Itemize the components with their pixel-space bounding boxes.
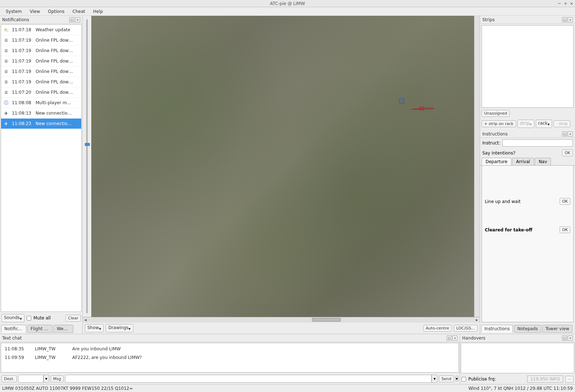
- clear-button[interactable]: Clear: [65, 315, 81, 322]
- strips-box[interactable]: [482, 25, 574, 108]
- msg-input[interactable]: [65, 375, 432, 383]
- panel-close-icon[interactable]: ×: [568, 132, 573, 137]
- notification-message: New connectio…: [36, 111, 79, 116]
- notification-row[interactable]: 11:07:19Online FPL dow…: [1, 35, 81, 46]
- notification-row[interactable]: 11:08:13New connectio…: [1, 108, 81, 119]
- plane-icon: [3, 110, 9, 116]
- tab-notepads[interactable]: Notepads: [514, 325, 541, 333]
- chat-log[interactable]: 11:08:35LIMW_TWAre you inbound LIMW11:09…: [1, 343, 459, 373]
- say-intentions-ok-button[interactable]: OK: [562, 149, 573, 156]
- handovers-header: Handovers ◱ ×: [460, 334, 575, 342]
- msg-dropdown-icon[interactable]: ▾: [432, 375, 437, 383]
- panel-popout-icon[interactable]: ◱: [447, 336, 452, 341]
- aircraft-marker[interactable]: [409, 106, 434, 111]
- notification-row[interactable]: 11:07:19Online FPL dow…: [1, 46, 81, 56]
- map-scrollbar-vertical[interactable]: [474, 16, 480, 317]
- menu-system[interactable]: System: [2, 8, 26, 15]
- notification-time: 11:08:23: [12, 121, 33, 126]
- send-dropdown-icon[interactable]: ▾: [455, 376, 458, 382]
- unassigned-button[interactable]: Unassigned: [482, 110, 510, 117]
- window-controls: − + ×: [557, 1, 574, 6]
- freq-minus-button[interactable]: −: [565, 376, 574, 383]
- scroll-right-icon[interactable]: ▸: [474, 317, 480, 323]
- zoom-slider[interactable]: [83, 16, 91, 317]
- tab-flightplans[interactable]: Flight p…: [27, 325, 52, 333]
- lineup-label: Line up and wait: [485, 199, 520, 204]
- cleared-ok-button[interactable]: OK: [560, 226, 570, 233]
- chat-row: 11:08:35LIMW_TWAre you inbound LIMW: [1, 345, 459, 353]
- menu-view[interactable]: View: [26, 8, 43, 15]
- rack-button[interactable]: rack▾: [536, 120, 552, 128]
- notification-row[interactable]: 11:07:19Online FPL dow…: [1, 66, 81, 77]
- msg-button[interactable]: Msg: [51, 375, 64, 382]
- drawings-button[interactable]: Drawings▾: [106, 324, 133, 332]
- dest-dropdown-icon[interactable]: ▾: [43, 375, 49, 383]
- minimize-icon[interactable]: −: [557, 1, 561, 6]
- panel-close-icon[interactable]: ×: [75, 17, 80, 22]
- tab-nav[interactable]: Nav: [535, 158, 551, 165]
- notification-row[interactable]: 11:07:18Weather update: [1, 25, 81, 35]
- scroll-thumb[interactable]: [312, 318, 341, 322]
- menu-help[interactable]: Help: [89, 8, 106, 15]
- mute-all-label: Mute all: [33, 315, 51, 320]
- right-bottom-tabs: Instructions Notepads Tower view: [480, 324, 575, 334]
- fpl-icon: [3, 48, 9, 54]
- strip-button[interactable]: strip▾: [518, 120, 534, 128]
- handovers-box[interactable]: [461, 343, 574, 373]
- say-intentions-label: Say intentions?: [482, 151, 515, 156]
- notification-row[interactable]: 11:08:23New connectio…: [1, 119, 81, 129]
- fpl-icon: [3, 79, 9, 85]
- notification-row[interactable]: 11:07:19Online FPL dow…: [1, 56, 81, 66]
- autocentre-button[interactable]: Auto-centre: [423, 325, 452, 332]
- tab-weather[interactable]: Wea…: [54, 325, 73, 333]
- tab-notifications[interactable]: Notificat…: [1, 325, 26, 333]
- tab-departure[interactable]: Departure: [482, 158, 511, 165]
- lineup-ok-button[interactable]: OK: [560, 198, 570, 205]
- chat-sender: LIMW_TW: [35, 355, 64, 360]
- strips-panel: Strips ◱ × Unassigned + strip on rack st…: [480, 16, 575, 130]
- locgs-button[interactable]: LOC/GS…: [454, 325, 478, 332]
- panel-close-icon[interactable]: ×: [568, 17, 573, 22]
- panel-close-icon[interactable]: ×: [568, 336, 573, 341]
- panel-popout-icon[interactable]: ◱: [69, 17, 74, 22]
- add-strip-button[interactable]: + strip on rack: [482, 120, 516, 127]
- notification-time: 11:07:20: [12, 90, 33, 95]
- show-button[interactable]: Show▾: [85, 324, 104, 332]
- notification-time: 11:07:19: [12, 59, 33, 64]
- sounds-button[interactable]: Sounds▾: [1, 314, 24, 322]
- close-icon[interactable]: ×: [570, 1, 574, 6]
- menu-options[interactable]: Options: [44, 8, 68, 15]
- notification-row[interactable]: 11:08:08Multi-player m…: [1, 98, 81, 108]
- radar-map[interactable]: [91, 16, 474, 317]
- remove-strip-button[interactable]: - strip: [553, 120, 570, 127]
- publicise-checkbox[interactable]: [461, 377, 466, 382]
- map-scrollbar-horizontal[interactable]: ◂ ▸: [83, 317, 480, 323]
- center-toolbar: Show▾ Drawings▾ Auto-centre LOC/GS…: [83, 323, 480, 334]
- maximize-icon[interactable]: +: [564, 1, 567, 6]
- instructions-title: Instructions: [482, 132, 562, 137]
- radar-target-box[interactable]: [399, 98, 404, 103]
- panel-popout-icon[interactable]: ◱: [562, 336, 567, 341]
- panel-close-icon[interactable]: ×: [452, 336, 457, 341]
- panel-popout-icon[interactable]: ◱: [562, 17, 567, 22]
- notification-row[interactable]: 11:07:19Online FPL dow…: [1, 77, 81, 87]
- chat-message: Are you inbound LIMW: [72, 346, 455, 351]
- tab-towerview[interactable]: Tower view: [542, 325, 572, 333]
- scroll-left-icon[interactable]: ◂: [83, 317, 88, 323]
- send-button[interactable]: Send: [439, 375, 454, 382]
- notifications-list[interactable]: 11:07:18Weather update11:07:19Online FPL…: [1, 24, 82, 312]
- chat-header: Text chat ◱ ×: [0, 334, 460, 342]
- menu-cheat[interactable]: Cheat: [69, 8, 89, 15]
- dest-button[interactable]: Dest.: [1, 375, 17, 382]
- panel-popout-icon[interactable]: ◱: [562, 132, 567, 137]
- instruct-input[interactable]: [502, 139, 573, 147]
- dest-input[interactable]: [18, 375, 43, 383]
- mute-all-checkbox[interactable]: [27, 316, 31, 320]
- chat-time: 11:09:59: [5, 355, 26, 360]
- tab-instructions[interactable]: Instructions: [481, 325, 513, 333]
- left-tabs: Notificat… Flight p… Wea…: [0, 324, 82, 334]
- notification-message: Online FPL dow…: [36, 38, 79, 43]
- zoom-thumb[interactable]: [85, 143, 90, 146]
- tab-arrival[interactable]: Arrival: [512, 158, 534, 165]
- notification-row[interactable]: 11:07:20Online FPL dow…: [1, 87, 81, 98]
